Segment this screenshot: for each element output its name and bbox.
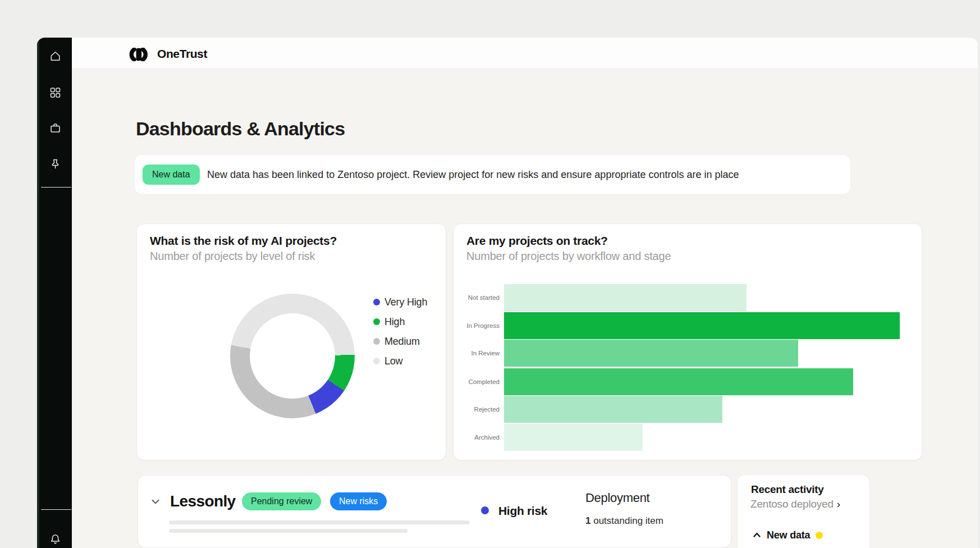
bar-label: Not started [454,284,500,311]
risk-chart-card: What is the risk of my AI projects? Numb… [136,223,446,460]
sidebar-item-home[interactable] [49,49,62,63]
legend-dot-medium [373,338,380,345]
bar-label: In Progress [454,312,500,339]
screen: OneTrust Dashboards & Analytics New data… [0,0,980,548]
legend-dot-low [373,358,380,364]
legend-label: Low [384,355,402,367]
apps-grid-icon [49,92,62,101]
bell-icon [49,538,62,547]
sidebar-divider-bottom [41,509,71,510]
main-content: Dashboards & Analytics New data New data… [72,69,978,548]
banner-message: New data has been linked to Zentoso proj… [207,155,739,194]
bar-row: In Review [454,340,922,367]
bar-label: Rejected [454,396,500,423]
bar-in-review [504,340,798,367]
bar-archived [504,424,643,451]
bar-label: Completed [454,368,500,395]
activity-item-new-data[interactable]: New data [753,529,823,541]
status-badge-new-risks: New risks [330,492,387,510]
bar-row: Rejected [454,396,922,423]
notification-banner: New data New data has been linked to Zen… [135,155,850,194]
page-title: Dashboards & Analytics [136,117,345,140]
sidebar-item-pinned[interactable] [49,158,62,171]
donut-hole [250,313,335,399]
bar-rejected [504,396,722,423]
status-badge-pending-review: Pending review [242,492,321,510]
bar-not-started [504,284,747,311]
onetrust-logo-icon [126,48,150,61]
expand-row-button[interactable] [149,495,162,508]
briefcase-icon [49,127,62,136]
legend-item: Very High [373,296,427,308]
legend-item: High [373,316,405,328]
legend-label: High [384,316,405,328]
link-label: Zentoso deployed [750,498,834,510]
chart-title: What is the risk of my AI projects? [150,234,337,248]
chart-subtitle: Number of projects by workflow and stage [466,250,671,263]
chart-subtitle: Number of projects by level of risk [150,250,315,263]
risk-level-dot [481,506,489,514]
legend-item: Medium [373,335,420,348]
sidebar [37,38,72,548]
chevron-up-icon [753,530,761,540]
chart-title: Are my projects on track? [466,234,608,248]
bar-row: Archived [454,424,922,451]
stage-name: Deployment [585,491,649,505]
bar-row: In Progress [454,312,922,339]
sidebar-divider [41,187,71,188]
banner-badge: New data [143,165,200,185]
risk-level-label: High risk [498,504,547,518]
sidebar-item-workspace[interactable] [49,121,62,135]
bar-label: In Review [454,340,500,367]
legend-label: Medium [384,336,420,348]
project-row-lessonly[interactable]: Lessonly Pending review New risks High r… [138,475,731,548]
activity-label: New data [767,529,810,541]
sidebar-item-apps[interactable] [49,86,62,99]
workflow-chart-card: Are my projects on track? Number of proj… [453,223,922,460]
pin-icon [49,163,62,173]
sidebar-item-notifications[interactable] [49,532,62,546]
home-icon [49,55,62,65]
app-window: OneTrust Dashboards & Analytics New data… [37,38,978,548]
legend-label: Very High [384,296,427,308]
bar-completed [504,368,853,395]
outstanding-suffix: outstanding item [590,515,663,526]
activity-status-dot-yellow [816,532,823,539]
placeholder-line [169,529,407,533]
chevron-down-icon [149,500,162,509]
brand-name: OneTrust [157,47,207,61]
bar-label: Archived [454,424,500,451]
legend-dot-high [373,318,380,325]
bar-in-progress [504,312,900,339]
bar-row: Not started [454,284,922,311]
legend-dot-very-high [373,299,380,305]
legend-item: Low [373,355,402,367]
recent-activity-title: Recent activity [751,483,824,496]
donut-chart [230,294,355,418]
placeholder-line [169,520,470,524]
outstanding-items: 1 outstanding item [585,515,663,527]
recent-activity-link[interactable]: Zentoso deployed› [750,498,840,510]
top-bar: OneTrust [72,38,978,69]
chevron-right-icon: › [837,498,840,510]
project-name: Lessonly [170,492,236,511]
recent-activity-panel: Recent activity Zentoso deployed› New da… [737,474,870,548]
bar-row: Completed [454,368,922,395]
